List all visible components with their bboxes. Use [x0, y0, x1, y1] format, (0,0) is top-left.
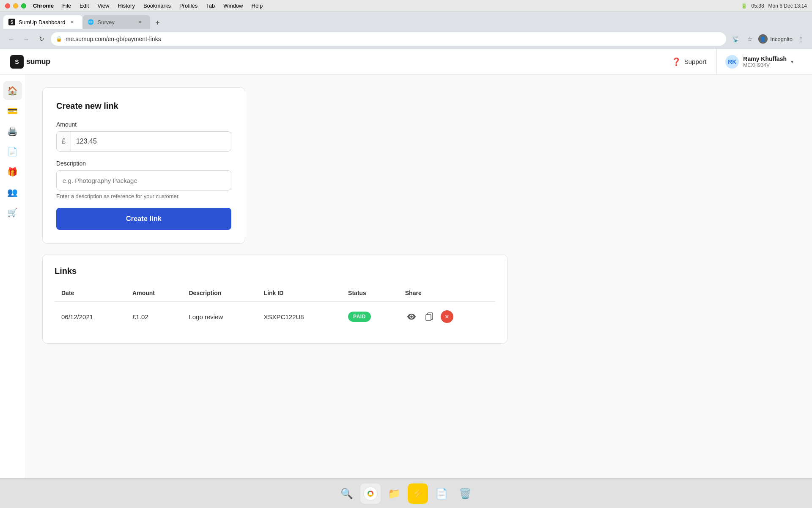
row-amount: £1.02: [126, 302, 182, 332]
tab-favicon-1: S: [8, 19, 15, 25]
user-section[interactable]: RK Ramy Khuffash MEXH934V ▾: [717, 55, 802, 69]
sidebar-item-home[interactable]: 🏠: [3, 81, 22, 100]
copy-link-button[interactable]: [423, 310, 436, 323]
dock: 🔍 📁 ⚡ 📄 🗑️: [0, 478, 812, 508]
description-input[interactable]: [56, 170, 231, 190]
col-header-date: Date: [55, 284, 126, 302]
menu-tab[interactable]: Tab: [206, 3, 215, 9]
address-bar[interactable]: 🔒 me.sumup.com/en-gb/payment-links: [51, 32, 726, 46]
row-date: 06/12/2021: [55, 302, 126, 332]
logo-text: sumup: [26, 57, 50, 66]
amount-input[interactable]: [71, 138, 231, 145]
menu-history[interactable]: History: [118, 3, 134, 9]
invoices-icon: 📄: [7, 146, 18, 157]
shop-icon: 🛒: [7, 207, 18, 218]
row-share: ✕: [398, 302, 495, 332]
tab-title-2: Survey: [98, 19, 133, 25]
dock-item-chrome[interactable]: [360, 483, 381, 504]
dock-item-files[interactable]: 📁: [384, 483, 404, 504]
browser-menu-button[interactable]: ⋮: [795, 33, 807, 45]
description-form-group: Description Enter a description as refer…: [56, 160, 231, 199]
titlebar-right: 🔋 05:38 Mon 6 Dec 13:14: [741, 3, 807, 9]
tab-sumup-dashboard[interactable]: S SumUp Dashboard ✕: [3, 15, 82, 29]
browser-chrome: S SumUp Dashboard ✕ 🌐 Survey ✕ + ← → ↻ 🔒…: [0, 12, 812, 49]
view-link-button[interactable]: [405, 310, 418, 323]
new-tab-button[interactable]: +: [152, 17, 164, 29]
user-id: MEXH934V: [743, 62, 787, 68]
pos-icon: 🖨️: [7, 126, 18, 136]
products-icon: 🎁: [7, 167, 18, 177]
menu-chrome[interactable]: Chrome: [33, 3, 54, 9]
links-table: Date Amount Description Link ID Status S…: [55, 284, 495, 331]
links-card: Links Date Amount Description Link ID St…: [42, 254, 508, 344]
titlebar: Chrome File Edit View History Bookmarks …: [0, 0, 812, 12]
user-info: Ramy Khuffash MEXH934V: [743, 55, 787, 68]
reload-button[interactable]: ↻: [36, 33, 47, 45]
delete-link-button[interactable]: ✕: [441, 310, 453, 323]
dock-item-trash[interactable]: 🗑️: [455, 483, 475, 504]
menu-window[interactable]: Window: [223, 3, 243, 9]
close-window-btn[interactable]: [5, 3, 10, 8]
minimize-window-btn[interactable]: [13, 3, 18, 8]
support-button[interactable]: ❓ Support: [661, 49, 717, 75]
menu-bookmarks[interactable]: Bookmarks: [143, 3, 171, 9]
menu-profiles[interactable]: Profiles: [179, 3, 198, 9]
dock-item-app1[interactable]: ⚡: [408, 483, 428, 504]
incognito-pill: 👤 Incognito: [758, 34, 793, 44]
back-button[interactable]: ←: [5, 33, 17, 45]
tab-favicon-2: 🌐: [88, 19, 94, 25]
share-icons-group: ✕: [405, 310, 488, 323]
amount-label: Amount: [56, 121, 231, 128]
tab-bar: S SumUp Dashboard ✕ 🌐 Survey ✕ +: [0, 12, 812, 29]
menu-help[interactable]: Help: [252, 3, 263, 9]
tab-close-2[interactable]: ✕: [137, 19, 143, 25]
menu-file[interactable]: File: [62, 3, 71, 9]
bookmark-button[interactable]: ☆: [744, 33, 756, 45]
tab-title-1: SumUp Dashboard: [19, 19, 66, 25]
forward-button[interactable]: →: [20, 33, 32, 45]
incognito-label: Incognito: [770, 36, 793, 42]
col-header-description: Description: [182, 284, 257, 302]
row-status: PAID: [341, 302, 398, 332]
menu-view[interactable]: View: [97, 3, 109, 9]
customers-icon: 👥: [7, 187, 18, 197]
amount-prefix: £: [57, 132, 71, 151]
sidebar-item-products[interactable]: 🎁: [3, 163, 22, 181]
links-section-title: Links: [55, 266, 495, 276]
browser-action-btns: 📡 ☆ 👤 Incognito ⋮: [730, 33, 807, 45]
clock: Mon 6 Dec 13:14: [768, 3, 807, 9]
tab-survey[interactable]: 🌐 Survey ✕: [82, 15, 150, 29]
create-link-button[interactable]: Create link: [56, 208, 231, 230]
amount-form-group: Amount £: [56, 121, 231, 152]
app-container: S sumup ❓ Support RK Ramy Khuffash MEXH9…: [0, 49, 812, 478]
question-icon: ❓: [672, 57, 681, 66]
battery-time: 05:38: [752, 3, 764, 9]
avatar: RK: [725, 55, 739, 69]
row-description: Logo review: [182, 302, 257, 332]
table-row: 06/12/2021 £1.02 Logo review XSXPC122U8 …: [55, 302, 495, 332]
col-header-amount: Amount: [126, 284, 182, 302]
menu-bar: Chrome File Edit View History Bookmarks …: [33, 3, 263, 9]
sidebar-item-invoices[interactable]: 📄: [3, 142, 22, 161]
support-label: Support: [684, 58, 707, 65]
tab-close-1[interactable]: ✕: [69, 19, 76, 25]
sidebar-item-customers[interactable]: 👥: [3, 183, 22, 202]
col-header-share: Share: [398, 284, 495, 302]
sidebar-item-payments[interactable]: 💳: [3, 102, 22, 120]
home-icon: 🏠: [7, 86, 18, 96]
svg-point-3: [369, 492, 372, 495]
amount-input-wrapper[interactable]: £: [56, 131, 231, 152]
sidebar-item-pos[interactable]: 🖨️: [3, 122, 22, 141]
address-bar-row: ← → ↻ 🔒 me.sumup.com/en-gb/payment-links…: [0, 29, 812, 49]
sidebar-item-shop[interactable]: 🛒: [3, 203, 22, 222]
maximize-window-btn[interactable]: [21, 3, 26, 8]
cast-button[interactable]: 📡: [730, 33, 741, 45]
menu-edit[interactable]: Edit: [80, 3, 89, 9]
col-header-link-id: Link ID: [257, 284, 341, 302]
logo-mark: S: [10, 55, 24, 69]
dock-item-finder[interactable]: 🔍: [337, 483, 357, 504]
dock-item-app2[interactable]: 📄: [431, 483, 452, 504]
main-area: 🏠 💳 🖨️ 📄 🎁 👥 🛒 C: [0, 75, 812, 478]
user-name: Ramy Khuffash: [743, 55, 787, 62]
address-text: me.sumup.com/en-gb/payment-links: [66, 36, 721, 42]
